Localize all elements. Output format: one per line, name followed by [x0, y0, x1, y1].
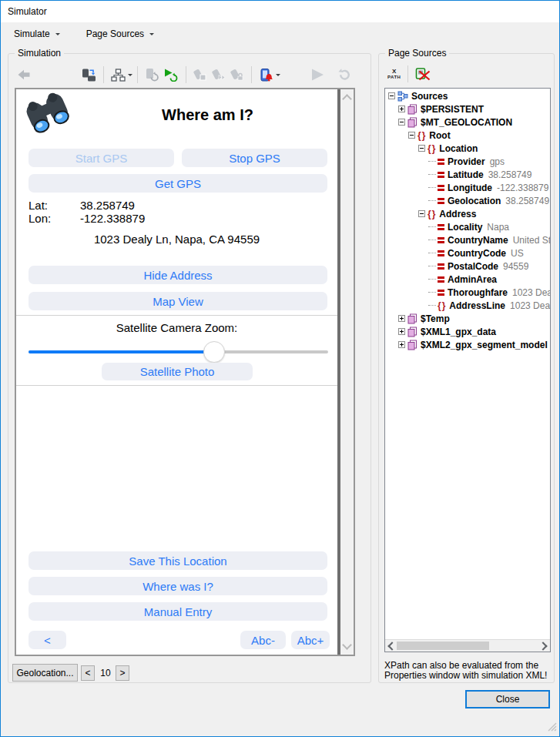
tree-node-provider[interactable]: Providergps — [385, 155, 550, 168]
tree-node-addressline[interactable]: {}AddressLine1023 Dealy L — [385, 299, 550, 312]
attribute-icon — [438, 197, 444, 204]
collapse-toggle-icon[interactable] — [408, 132, 415, 139]
font-larger-button[interactable]: Abc+ — [291, 631, 330, 649]
page-sources-group: Page Sources X PATH Sources$PERSISTENT$M… — [378, 53, 555, 683]
simulation-group: Simulation — [8, 53, 371, 683]
back-icon[interactable] — [15, 65, 33, 85]
sources-tree-box: Sources$PERSISTENT$MT_GEOLOCATION{}Root{… — [384, 88, 551, 652]
tree-node-latitude[interactable]: Latitude38.258749 — [385, 168, 550, 181]
chevron-down-icon — [149, 33, 154, 38]
tree-node--xml2-gpx-segment-model[interactable]: $XML2_gpx_segment_model — [385, 338, 550, 351]
tree-node--mt-geolocation[interactable]: $MT_GEOLOCATION — [385, 116, 550, 129]
font-smaller-button[interactable]: Abc- — [240, 631, 286, 649]
next-page-button[interactable]: > — [116, 665, 129, 681]
latitude-label: Lat: — [29, 199, 80, 212]
collapse-toggle-icon[interactable] — [418, 145, 425, 152]
element-braces-icon: {} — [417, 130, 426, 141]
tree-node-label: Provider — [448, 156, 485, 167]
scrollbar-thumb[interactable] — [397, 642, 489, 650]
save-location-button[interactable]: Save This Location — [29, 551, 327, 570]
tree-node-geolocation[interactable]: Geolocation38.258749 -1 — [385, 194, 550, 207]
chevron-down-icon[interactable] — [276, 74, 280, 79]
tree-node-countrycode[interactable]: CountryCodeUS — [385, 246, 550, 260]
tree-node-address[interactable]: {}Address — [385, 207, 550, 220]
stop-gps-button[interactable]: Stop GPS — [182, 149, 327, 167]
simulation-group-label: Simulation — [15, 48, 64, 59]
satellite-photo-button[interactable]: Satellite Photo — [102, 363, 253, 380]
tree-node-thoroughfare[interactable]: Thoroughfare1023 Dealy — [385, 286, 550, 299]
tree-node-adminarea[interactable]: AdminArea — [385, 273, 550, 286]
page-map-icon[interactable] — [109, 65, 128, 85]
map-view-button[interactable]: Map View — [29, 292, 327, 310]
xpath-evaluate-icon[interactable]: X PATH — [385, 64, 403, 84]
tree-node-locality[interactable]: LocalityNapa — [385, 220, 550, 233]
collapse-toggle-icon[interactable] — [418, 210, 425, 217]
tree-node-value: 1023 Dealy — [512, 287, 550, 298]
app-title: Where am I? — [78, 106, 337, 124]
play-icon[interactable] — [307, 65, 328, 85]
notifications-icon[interactable] — [257, 65, 276, 85]
collapse-toggle-icon[interactable] — [388, 92, 395, 99]
tree-connector — [428, 253, 436, 254]
run-simulation-icon[interactable] — [161, 65, 181, 85]
prev-page-button[interactable]: < — [81, 665, 95, 681]
tree-connector — [428, 292, 436, 293]
save-state-icon[interactable] — [228, 65, 246, 85]
tree-node-location[interactable]: {}Location — [385, 142, 550, 155]
page-icon — [407, 313, 417, 324]
tree-node--xml1-gpx-data[interactable]: $XML1_gpx_data — [385, 325, 550, 338]
continue-simulation-icon[interactable] — [210, 65, 228, 85]
attribute-icon — [438, 263, 444, 270]
zoom-slider-thumb[interactable] — [203, 341, 225, 363]
tree-node-value: US — [511, 248, 524, 259]
rotate-device-icon[interactable] — [79, 65, 99, 85]
menu-simulate[interactable]: Simulate — [11, 25, 63, 42]
tree-node-label: $Temp — [421, 313, 450, 324]
hide-address-button[interactable]: Hide Address — [29, 266, 327, 284]
tree-node-sources[interactable]: Sources — [385, 89, 550, 102]
stop-simulation-icon[interactable] — [191, 65, 210, 85]
scroll-left-icon[interactable] — [387, 642, 396, 650]
tree-node-value: Napa — [487, 222, 509, 233]
tree-node-countryname[interactable]: CountryNameUnited Stat — [385, 233, 550, 246]
chevron-down-icon[interactable] — [128, 74, 132, 79]
tree-node-root[interactable]: {}Root — [385, 129, 550, 142]
reload-page-icon[interactable] — [143, 65, 161, 85]
resize-grip[interactable] — [548, 721, 557, 735]
attribute-icon — [438, 171, 444, 178]
geolocation-page-button[interactable]: Geolocation... — [12, 664, 78, 682]
phone-back-button[interactable]: < — [29, 631, 66, 649]
tree-node--temp[interactable]: $Temp — [385, 312, 550, 325]
attribute-icon — [438, 276, 444, 283]
manual-entry-button[interactable]: Manual Entry — [29, 602, 327, 621]
collapse-toggle-icon[interactable] — [398, 119, 405, 126]
close-button[interactable]: Close — [465, 690, 550, 709]
tree-node-value: gps — [490, 156, 505, 167]
tree-node--persistent[interactable]: $PERSISTENT — [385, 102, 550, 116]
tree-horizontal-scrollbar[interactable] — [385, 639, 550, 652]
zoom-slider-fill — [29, 350, 214, 353]
page-icon — [407, 104, 417, 115]
scroll-right-icon[interactable] — [538, 642, 547, 650]
expand-toggle-icon[interactable] — [398, 341, 405, 348]
where-was-i-button[interactable]: Where was I? — [29, 577, 327, 595]
menu-page-sources[interactable]: Page Sources — [83, 25, 157, 42]
start-gps-button[interactable]: Start GPS — [29, 149, 174, 167]
tree-connector — [428, 200, 436, 202]
tree-node-postalcode[interactable]: PostalCode94559 — [385, 260, 550, 273]
tree-node-label: Locality — [448, 222, 482, 233]
expand-toggle-icon[interactable] — [398, 106, 405, 112]
tree-node-label: Geolocation — [448, 196, 501, 206]
get-gps-button[interactable]: Get GPS — [29, 174, 327, 193]
scroll-up-icon[interactable] — [342, 94, 352, 104]
expand-toggle-icon[interactable] — [398, 315, 405, 322]
longitude-row: Lon: -122.338879 — [29, 212, 321, 225]
tree-node-label: AdminArea — [448, 274, 497, 285]
expand-toggle-icon[interactable] — [398, 328, 405, 335]
scroll-down-icon[interactable] — [342, 640, 352, 650]
clear-source-data-icon[interactable] — [413, 64, 434, 84]
reset-icon[interactable] — [334, 65, 354, 85]
page-icon — [407, 340, 417, 350]
tree-node-longitude[interactable]: Longitude-122.338879 — [385, 181, 550, 194]
phone-scrollbar[interactable] — [337, 89, 354, 655]
